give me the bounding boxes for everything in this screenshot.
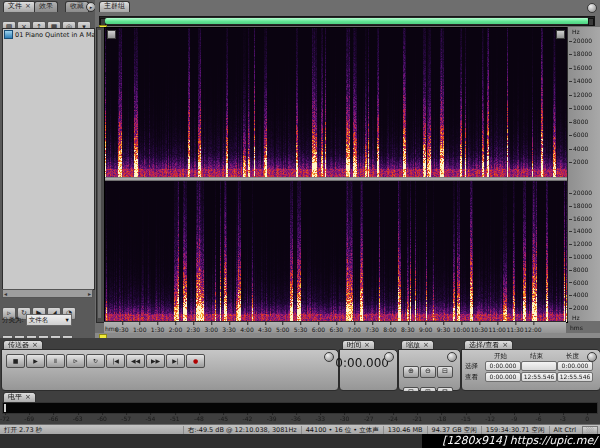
scroll-left-icon[interactable]: ◂: [4, 290, 7, 297]
time-tick: 9:00: [419, 326, 432, 333]
time-tick: 10:30: [471, 326, 488, 333]
freq-tick: 16000: [569, 216, 600, 222]
freq-tick: 8000: [569, 267, 600, 273]
audio-file-icon: [4, 30, 13, 39]
close-icon[interactable]: ×: [25, 2, 31, 10]
time-tick: 4:00: [240, 326, 253, 333]
tab-files[interactable]: 文件×: [3, 1, 36, 12]
view-row-label: 查看: [465, 373, 478, 382]
close-icon[interactable]: ×: [32, 341, 38, 349]
freq-tick: 6000: [569, 132, 600, 138]
frequency-ruler[interactable]: Hz 2000018000160001400012000100008000600…: [567, 27, 600, 321]
level-scale-tick: -6: [536, 415, 542, 422]
pause-button[interactable]: Ⅱ: [46, 354, 65, 368]
panel-menu-button[interactable]: [587, 3, 597, 13]
time-tick: 9:30: [437, 326, 450, 333]
close-icon[interactable]: ×: [364, 341, 370, 349]
time-tick: 6:00: [312, 326, 325, 333]
selection-menu-button[interactable]: [587, 352, 597, 362]
freq-tick: 18000: [569, 51, 600, 57]
navigator-range[interactable]: [105, 18, 589, 24]
navigator-bar[interactable]: [99, 16, 595, 26]
transport-menu-button[interactable]: [324, 352, 334, 362]
display-range-chip-right[interactable]: [556, 30, 565, 39]
level-scale-tick: -33: [315, 415, 325, 422]
audition-window: 文件×效果收藏 ▸ ▤×↑▦◎▾ 01 Piano Quintet in A M…: [0, 0, 600, 448]
level-scale-tick: -48: [194, 415, 204, 422]
time-tick: 3:00: [204, 326, 217, 333]
time-tick: 11:00: [489, 326, 506, 333]
time-tick: 12:00: [524, 326, 541, 333]
play-from-cursor-button[interactable]: ⊳: [66, 354, 85, 368]
time-panel: 0:00.000: [339, 349, 398, 391]
close-icon[interactable]: ×: [25, 393, 31, 401]
file-list-item[interactable]: 01 Piano Quintet in A Maj: [3, 29, 94, 40]
display-range-chip-left[interactable]: [107, 30, 116, 39]
freq-tick: 4000: [569, 292, 600, 298]
time-tick: 1:30: [151, 326, 164, 333]
tab-effects[interactable]: 效果: [34, 1, 58, 12]
play-button[interactable]: ▶: [26, 354, 45, 368]
freq-tick: 4000: [569, 146, 600, 152]
spectral-display[interactable]: [104, 27, 568, 323]
freq-tick: 14000: [569, 228, 600, 234]
selection-end-field[interactable]: [521, 361, 557, 371]
view-start-field[interactable]: 0:00.000: [485, 372, 521, 382]
level-scale-tick: -3: [560, 415, 566, 422]
zoom-menu-button[interactable]: [447, 352, 457, 362]
time-tick: 7:30: [365, 326, 378, 333]
zoom-in-horizontal-button[interactable]: ⊕: [403, 366, 419, 378]
dock-row-1: 传送器× ■▶Ⅱ⊳↻|◀◀◀▶▶▶|● 时间× 0:00.000 缩放× ⊕⊖⊟…: [0, 338, 600, 391]
zoom-out-full-button[interactable]: ⊟: [437, 366, 453, 378]
level-scale-tick: -54: [146, 415, 156, 422]
freq-tick: 2000: [569, 159, 600, 165]
level-meter-scale: -72-69-66-63-60-57-54-51-48-45-42-39-36-…: [2, 413, 596, 422]
level-scale-tick: -63: [73, 415, 83, 422]
time-tick: 4:30: [258, 326, 271, 333]
level-scale-tick: -36: [291, 415, 301, 422]
tab-main-group[interactable]: 主群组: [99, 1, 130, 12]
level-scale-tick: -39: [267, 415, 277, 422]
spectrogram-right-channel[interactable]: [105, 181, 567, 322]
time-tick: 8:30: [401, 326, 414, 333]
file-list-scrollbar[interactable]: ◂ ▸: [2, 289, 93, 298]
level-scale-tick: -18: [437, 415, 447, 422]
freq-tick: 8000: [569, 119, 600, 125]
selection-length-field[interactable]: 0:00.000: [557, 361, 593, 371]
record-button[interactable]: ●: [186, 354, 205, 368]
sort-dropdown[interactable]: 文件名 ▾: [26, 314, 72, 326]
level-scale-tick: -12: [485, 415, 495, 422]
transport-panel: ■▶Ⅱ⊳↻|◀◀◀▶▶▶|●: [1, 349, 339, 391]
close-icon[interactable]: ×: [423, 341, 429, 349]
close-icon[interactable]: ×: [502, 341, 508, 349]
selection-col-start: 开始: [494, 352, 507, 361]
level-scale-tick: -27: [364, 415, 374, 422]
time-menu-button[interactable]: [384, 352, 394, 362]
loop-play-button[interactable]: ↻: [86, 354, 105, 368]
level-scale-tick: -30: [340, 415, 350, 422]
navigator-right-handle[interactable]: [588, 18, 594, 26]
level-scale-tick: -51: [170, 415, 180, 422]
spectrogram-left-channel[interactable]: [105, 28, 567, 177]
time-tick: 10:00: [453, 326, 470, 333]
go-to-end-button[interactable]: ▶|: [166, 354, 185, 368]
selection-start-field[interactable]: 0:00.000: [485, 361, 521, 371]
fast-forward-button[interactable]: ▶▶: [146, 354, 165, 368]
level-scale-tick: -21: [412, 415, 422, 422]
view-length-field[interactable]: 12:55.546: [557, 372, 593, 382]
freq-tick: 10000: [569, 105, 600, 111]
file-list[interactable]: 01 Piano Quintet in A Maj: [2, 28, 95, 290]
rewind-button[interactable]: ◀◀: [126, 354, 145, 368]
tab-label: 收藏: [70, 2, 84, 10]
stop-button[interactable]: ■: [6, 354, 25, 368]
scroll-right-icon[interactable]: ▸: [88, 290, 91, 297]
view-end-field[interactable]: 12:55.546: [521, 372, 557, 382]
time-tick: 2:00: [169, 326, 182, 333]
go-to-beginning-button[interactable]: |◀: [106, 354, 125, 368]
zoom-out-horizontal-button[interactable]: ⊖: [420, 366, 436, 378]
file-name: 01 Piano Quintet in A Maj: [15, 31, 94, 39]
time-display: 0:00.000: [335, 356, 389, 370]
level-scale-tick: 0: [585, 415, 589, 422]
selection-row-label: 选择: [465, 362, 478, 371]
freq-tick: 12000: [569, 92, 600, 98]
